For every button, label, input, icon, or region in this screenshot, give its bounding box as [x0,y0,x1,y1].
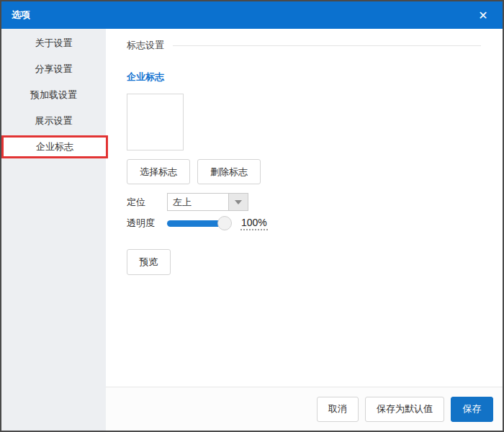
position-row: 定位 左上 [127,193,248,211]
chevron-down-icon [235,200,242,204]
main-content: 标志设置 企业标志 选择标志 删除标志 定位 左上 透明度 [106,29,503,431]
footer: 取消 保存为默认值 保存 [106,387,503,431]
delete-logo-button[interactable]: 删除标志 [197,159,261,184]
sidebar-item-share-settings[interactable]: 分享设置 [1,56,106,82]
opacity-label: 透明度 [127,217,167,230]
dialog-title: 选项 [12,9,30,22]
section-divider [173,45,481,46]
dialog-body: 关于设置 分享设置 预加载设置 展示设置 企业标志 标志设置 企业标志 选择标志… [1,29,503,431]
logo-buttons-row: 选择标志 删除标志 [127,159,261,184]
sidebar-item-preload-settings[interactable]: 预加载设置 [1,82,106,108]
titlebar: 选项 ✕ [1,1,503,29]
opacity-row: 透明度 100% [127,216,268,230]
subsection-title: 企业标志 [127,71,164,84]
cancel-button[interactable]: 取消 [317,397,359,422]
select-logo-button[interactable]: 选择标志 [127,159,190,184]
opacity-slider[interactable] [167,216,230,230]
section-title: 标志设置 [127,39,164,52]
options-dialog: 选项 ✕ 关于设置 分享设置 预加载设置 展示设置 企业标志 标志设置 企业标志… [1,1,503,431]
position-dropdown[interactable]: 左上 [167,193,248,211]
preview-button[interactable]: 预览 [127,249,171,275]
sidebar: 关于设置 分享设置 预加载设置 展示设置 企业标志 [1,29,106,431]
sidebar-item-enterprise-logo[interactable]: 企业标志 [1,135,108,158]
save-button[interactable]: 保存 [451,397,493,422]
opacity-value: 100% [240,217,268,230]
position-dropdown-value: 左上 [168,194,228,210]
position-label: 定位 [127,196,167,209]
slider-handle[interactable] [217,216,232,230]
sidebar-item-display-settings[interactable]: 展示设置 [1,108,106,134]
save-as-default-button[interactable]: 保存为默认值 [365,397,444,422]
dropdown-arrow-button[interactable] [228,194,248,210]
section-header: 标志设置 [127,39,481,52]
close-icon[interactable]: ✕ [474,6,492,24]
sidebar-item-about-settings[interactable]: 关于设置 [1,30,106,56]
logo-preview-box [127,94,184,150]
